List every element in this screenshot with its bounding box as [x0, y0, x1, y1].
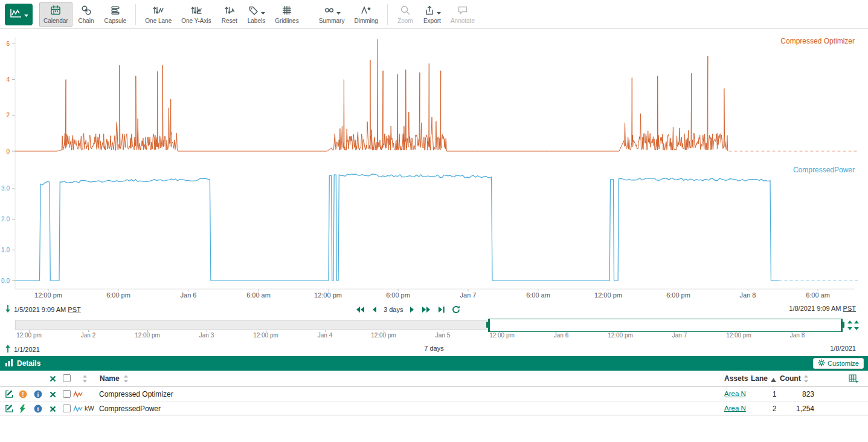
selection-left-handle[interactable] — [486, 322, 490, 328]
range-start-arrow-icon[interactable] — [5, 305, 11, 314]
toolbar-button-dimming[interactable]: Dimming — [350, 2, 382, 27]
count-value: 823 — [783, 390, 814, 398]
refresh-icon[interactable] — [452, 305, 460, 314]
info-icon[interactable]: i — [34, 390, 42, 398]
toolbar-button-one-lane[interactable]: One Lane — [141, 2, 176, 27]
svg-text:0.0: 0.0 — [1, 278, 10, 284]
signal-icon — [73, 390, 83, 398]
x-axis-label: 12:00 pm — [314, 291, 342, 299]
x-axis-label: 6:00 pm — [386, 291, 410, 299]
row-checkbox[interactable] — [63, 405, 71, 412]
column-header-count[interactable]: Count — [780, 374, 801, 383]
edit-icon[interactable] — [5, 404, 14, 413]
overview-selection[interactable] — [488, 319, 843, 332]
x-axis-label: 12:00 pm — [594, 291, 622, 299]
timezone-label[interactable]: PST — [843, 305, 856, 312]
edit-icon[interactable] — [5, 389, 14, 398]
gear-icon — [818, 359, 825, 368]
svg-text:6: 6 — [6, 41, 10, 47]
warning-icon[interactable]: ! — [19, 390, 27, 398]
x-axis-label: 6:00 pm — [106, 291, 130, 299]
investigate-range-start[interactable]: 1/1/2021 — [14, 346, 40, 353]
investigate-range-duration[interactable]: 7 days — [424, 345, 443, 352]
select-all-checkbox[interactable] — [63, 374, 71, 382]
details-table-header: Name Assets Lane Count — [0, 371, 868, 387]
lane1-series-label[interactable]: Compressed Optimizer — [780, 37, 855, 45]
x-axis-label: Jan 7 — [460, 291, 477, 299]
step-back-full-icon[interactable] — [355, 306, 365, 313]
overview-label: 12:00 pm — [371, 332, 396, 339]
investigate-range-end[interactable]: 1/8/2021 — [830, 345, 856, 352]
overview-label: Jan 5 — [436, 332, 450, 339]
chevron-down-icon — [24, 9, 28, 20]
lane2-series-label[interactable]: CompressedPower — [793, 166, 855, 174]
bolt-icon[interactable] — [19, 405, 26, 414]
signal-name[interactable]: Compressed Optimizer — [99, 390, 173, 398]
toolbar-button-gridlines[interactable]: Gridlines — [271, 2, 303, 27]
chain-icon — [80, 4, 92, 16]
overview-label: Jan 8 — [790, 332, 805, 339]
selection-right-handle[interactable] — [841, 322, 844, 328]
capsule-icon — [109, 4, 121, 16]
overview-expand-icon[interactable] — [846, 320, 861, 333]
display-range-duration[interactable]: 3 days — [384, 306, 403, 313]
one-y-axis-icon — [190, 4, 202, 16]
step-back-half-icon[interactable] — [371, 306, 377, 313]
labels-icon — [248, 4, 265, 16]
toolbar-separator — [387, 4, 388, 25]
workbench: CalendarChainCapsuleOne LaneOne Y-AxisRe… — [0, 0, 868, 442]
overview-label: 12:00 pm — [135, 332, 160, 339]
step-to-end-icon[interactable] — [438, 306, 445, 313]
export-icon — [423, 4, 441, 16]
sort-type-icon[interactable] — [82, 375, 88, 385]
step-forward-full-icon[interactable] — [422, 306, 431, 313]
x-axis-label: 12:00 pm — [34, 291, 62, 299]
overview-label: Jan 6 — [554, 332, 568, 339]
column-header-name[interactable]: Name — [100, 374, 120, 383]
investigate-start-arrow-icon[interactable] — [5, 345, 11, 354]
annotate-icon — [457, 4, 469, 16]
remove-icon[interactable] — [50, 406, 56, 412]
row-checkbox[interactable] — [63, 390, 71, 398]
toolbar-button-labels[interactable]: Labels — [243, 2, 269, 27]
toolbar-button-annotate[interactable]: Annotate — [446, 2, 479, 27]
sort-count-icon[interactable] — [803, 375, 809, 385]
toolbar-button-calendar[interactable]: Calendar — [39, 2, 72, 27]
toolbar-button-zoom[interactable]: Zoom — [393, 2, 418, 27]
details-title: Details — [17, 359, 40, 368]
reset-icon — [223, 4, 236, 16]
toolbar-button-reset[interactable]: Reset — [217, 2, 242, 27]
zoom-icon — [399, 4, 411, 16]
chart-type-button[interactable] — [5, 4, 33, 25]
investigate-range-row: 1/1/2021 7 days 1/8/2021 — [0, 343, 868, 356]
display-range-end[interactable]: 1/8/2021 9:09 AM PST — [789, 305, 856, 312]
asset-link[interactable]: Area N — [724, 390, 746, 397]
svg-text:i: i — [37, 406, 39, 412]
toolbar-button-one-y-axis[interactable]: One Y-Axis — [177, 2, 215, 27]
step-forward-half-icon[interactable] — [410, 306, 415, 313]
overview-label: 12:00 pm — [489, 332, 515, 339]
display-range-start[interactable]: 1/5/2021 9:09 AM PST — [14, 306, 81, 313]
remove-icon[interactable] — [50, 391, 56, 398]
remove-all-icon[interactable] — [50, 375, 56, 384]
toolbar-button-capsule[interactable]: Capsule — [100, 2, 131, 27]
lane-value: 1 — [765, 390, 784, 398]
column-header-lane[interactable]: Lane — [751, 374, 768, 383]
column-header-assets[interactable]: Assets — [724, 374, 748, 383]
overview-label: Jan 2 — [81, 332, 95, 339]
toolbar-button-export[interactable]: Export — [419, 2, 445, 27]
x-axis-label: 6:00 am — [806, 291, 830, 299]
sort-name-icon[interactable] — [123, 375, 129, 385]
toolbar-button-chain[interactable]: Chain — [74, 2, 99, 27]
summary-icon — [323, 4, 341, 16]
timezone-label[interactable]: PST — [68, 306, 80, 313]
table-export-icon[interactable] — [849, 374, 859, 385]
overview-labels: 12:00 pmJan 212:00 pmJan 312:00 pmJan 41… — [0, 332, 868, 342]
x-axis-label: Jan 6 — [181, 291, 197, 299]
toolbar-button-summary[interactable]: Summary — [315, 2, 349, 27]
info-icon[interactable]: i — [34, 405, 42, 413]
asset-link[interactable]: Area N — [724, 405, 746, 412]
customize-button[interactable]: Customize — [813, 358, 864, 369]
sort-lane-asc-icon[interactable] — [771, 376, 776, 385]
signal-name[interactable]: CompressedPower — [99, 405, 161, 413]
